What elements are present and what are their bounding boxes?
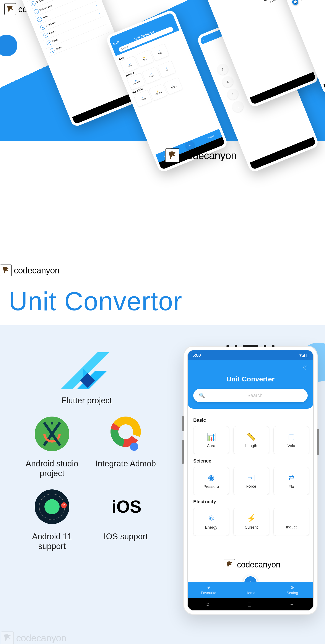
statusbar-time: 6:00: [111, 40, 120, 46]
list-item-label: Volume: [36, 0, 45, 4]
key-4[interactable]: 4: [221, 74, 235, 89]
svg-point-0: [10, 6, 11, 7]
watermark-text: codecanyon: [182, 150, 237, 161]
eagle-icon: [4, 3, 16, 15]
tile-label[interactable]: Induct: [171, 85, 177, 89]
list-item-label: Angle: [55, 46, 62, 51]
list-item-label: Pressure: [45, 20, 56, 27]
watermark-text: codecanyon: [14, 266, 60, 276]
codecanyon-watermark-mid: codecanyon: [0, 264, 60, 276]
nav-setting[interactable]: Setting: [207, 135, 214, 140]
key-1[interactable]: 1: [216, 62, 230, 76]
eagle-icon: [165, 148, 179, 163]
list-item-label: Force: [49, 30, 56, 35]
hero-section: codecanyon ↕Length› ◧Volume› 🌡Tempreture…: [0, 0, 325, 282]
eagle-icon: [0, 264, 12, 276]
collage: ↕Length› ◧Volume› 🌡Tempreture› ⏱Time› ◉P…: [26, 0, 325, 264]
codecanyon-watermark-center: codecanyon: [165, 148, 237, 163]
feedback-label[interactable]: feedback: [299, 0, 310, 2]
key-7[interactable]: 7: [226, 87, 240, 101]
chat-icon[interactable]: 💬: [291, 0, 299, 6]
list-item-label: Time: [42, 14, 49, 20]
list-item-label: Flow: [52, 38, 58, 43]
key-dot[interactable]: .: [231, 100, 245, 114]
